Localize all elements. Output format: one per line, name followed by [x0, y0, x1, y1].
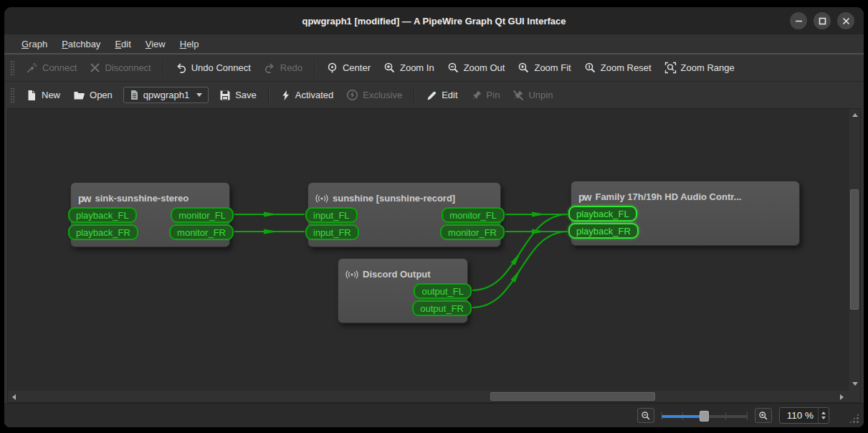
node-title-text: sink-sunshine-stereo [95, 193, 189, 204]
new-button[interactable]: New [19, 86, 67, 105]
arrow-up-icon [852, 113, 858, 117]
save-button[interactable]: Save [213, 86, 263, 105]
port-row: playback_FL [571, 206, 799, 222]
exclusive-button[interactable]: Exclusive [340, 85, 409, 105]
toolbar-separator [314, 60, 315, 76]
statusbar: 110 % [4, 403, 864, 427]
vertical-scrollbar-thumb[interactable] [850, 189, 859, 310]
edit-label: Edit [442, 90, 457, 100]
pin-button[interactable]: Pin [464, 86, 507, 105]
patchbay-profile-combobox[interactable]: qpwgraph1 [123, 87, 209, 103]
pin-label: Pin [487, 90, 500, 100]
horizontal-scrollbar[interactable] [8, 390, 848, 402]
port-row: playback_FR monitor_FR [71, 224, 229, 240]
close-button[interactable] [837, 12, 854, 29]
unpin-button[interactable]: Unpin [506, 86, 559, 105]
center-button[interactable]: Center [320, 58, 377, 77]
zoom-spinbox-arrows [818, 408, 829, 423]
activated-button[interactable]: Activated [274, 86, 340, 105]
node-title: pw Family 17h/19h HD Audio Contr... [571, 181, 799, 206]
exclusive-label: Exclusive [363, 90, 402, 100]
zoom-range-button[interactable]: Zoom Range [658, 58, 741, 77]
port-input-fl[interactable]: input_FL [305, 207, 358, 223]
connect-button[interactable]: Connect [19, 58, 83, 77]
scroll-right-button[interactable] [836, 391, 848, 403]
pin-icon [471, 90, 482, 101]
port-monitor-fl[interactable]: monitor_FL [442, 207, 505, 223]
zoom-out-button[interactable]: Zoom Out [441, 58, 512, 77]
qpwgraph-window: qpwgraph1 [modified] — A PipeWire Graph … [4, 7, 864, 427]
zoom-spinbox[interactable]: 110 % [779, 407, 829, 424]
zoom-slider-handle[interactable] [700, 411, 709, 422]
patchbay-profile-value: qpwgraph1 [143, 90, 189, 100]
edit-button[interactable]: Edit [419, 86, 464, 105]
titlebar[interactable]: qpwgraph1 [modified] — A PipeWire Graph … [4, 7, 864, 34]
port-input-fr[interactable]: input_FR [305, 224, 359, 240]
connect-icon [26, 62, 38, 74]
zoom-slider[interactable] [662, 409, 748, 422]
port-output-fr[interactable]: output_FR [412, 300, 472, 316]
unpin-icon [512, 90, 524, 101]
redo-button[interactable]: Redo [257, 58, 309, 77]
window-resize-grip[interactable] [849, 413, 859, 424]
graph-canvas[interactable]: pw sink-sunshine-stereo playback_FL moni… [7, 108, 861, 403]
patchbay-toolbar: New Open qpwgraph1 Save Activated Exclus… [4, 82, 864, 108]
port-output-fl[interactable]: output_FL [414, 283, 472, 299]
maximize-icon [819, 17, 826, 25]
activated-bolt-icon [280, 90, 291, 101]
horizontal-scrollbar-thumb[interactable] [490, 392, 655, 401]
zoom-out-icon [641, 411, 651, 421]
zoom-fit-button[interactable]: Zoom Fit [511, 58, 577, 77]
minimize-button[interactable] [790, 12, 807, 29]
toolbar-separator [414, 87, 414, 103]
menu-patchbay[interactable]: Patchbay [54, 37, 108, 52]
save-label: Save [235, 90, 257, 100]
undo-connect-button[interactable]: Undo Connect [168, 58, 257, 77]
graph-toolbar: Connect Disconnect Undo Connect Redo Cen… [4, 54, 864, 81]
toolbar-drag-handle[interactable] [10, 87, 15, 103]
menu-view[interactable]: View [138, 37, 173, 52]
node-discord-output[interactable]: Discord Output output_FL output_FR [338, 258, 468, 323]
menu-graph[interactable]: Graph [14, 37, 54, 52]
scroll-down-button[interactable] [849, 378, 861, 390]
menu-edit[interactable]: Edit [108, 37, 138, 52]
node-title: sunshine [sunshine-record] [308, 183, 500, 207]
center-label: Center [343, 62, 371, 73]
port-playback-fl[interactable]: playback_FL [68, 207, 137, 223]
port-monitor-fr[interactable]: monitor_FR [440, 224, 505, 240]
node-sink-sunshine-stereo[interactable]: pw sink-sunshine-stereo playback_FL moni… [70, 182, 230, 247]
spin-down-button[interactable] [821, 417, 826, 419]
port-playback-fl[interactable]: playback_FL [568, 206, 637, 222]
node-title: Discord Output [338, 259, 467, 283]
minimize-icon [795, 17, 803, 25]
zoom-slider-fill [662, 415, 703, 418]
scroll-up-button[interactable] [849, 109, 861, 121]
port-playback-fr[interactable]: playback_FR [568, 223, 639, 239]
port-row: playback_FR [571, 223, 799, 239]
connections-layer [8, 109, 854, 396]
maximize-button[interactable] [814, 12, 831, 29]
port-playback-fr[interactable]: playback_FR [68, 224, 138, 240]
spin-up-button[interactable] [821, 411, 826, 414]
zoom-reset-button[interactable]: Zoom Reset [578, 58, 658, 77]
zoom-in-button[interactable]: Zoom In [377, 58, 441, 77]
zoom-in-icon [383, 62, 396, 74]
open-button[interactable]: Open [67, 86, 119, 105]
node-family-hd-audio[interactable]: pw Family 17h/19h HD Audio Contr... play… [571, 181, 800, 246]
node-sunshine[interactable]: sunshine [sunshine-record] input_FL moni… [307, 182, 501, 247]
toolbar-drag-handle[interactable] [10, 60, 15, 76]
connection-arrow-icon [511, 251, 523, 265]
disconnect-button[interactable]: Disconnect [83, 59, 157, 77]
menu-help[interactable]: Help [173, 37, 206, 52]
port-monitor-fl[interactable]: monitor_FL [171, 207, 234, 223]
port-monitor-fr[interactable]: monitor_FR [169, 224, 234, 240]
statusbar-zoom-out-button[interactable] [637, 408, 654, 423]
statusbar-zoom-in-button[interactable] [755, 408, 772, 423]
scroll-left-button[interactable] [8, 391, 20, 403]
vertical-scrollbar[interactable] [848, 109, 860, 390]
port-row: playback_FL monitor_FL [71, 207, 229, 223]
unpin-label: Unpin [528, 90, 553, 100]
zoom-fit-icon [518, 62, 530, 74]
node-title-text: sunshine [sunshine-record] [333, 193, 455, 204]
connection-arrow-icon [532, 211, 546, 217]
